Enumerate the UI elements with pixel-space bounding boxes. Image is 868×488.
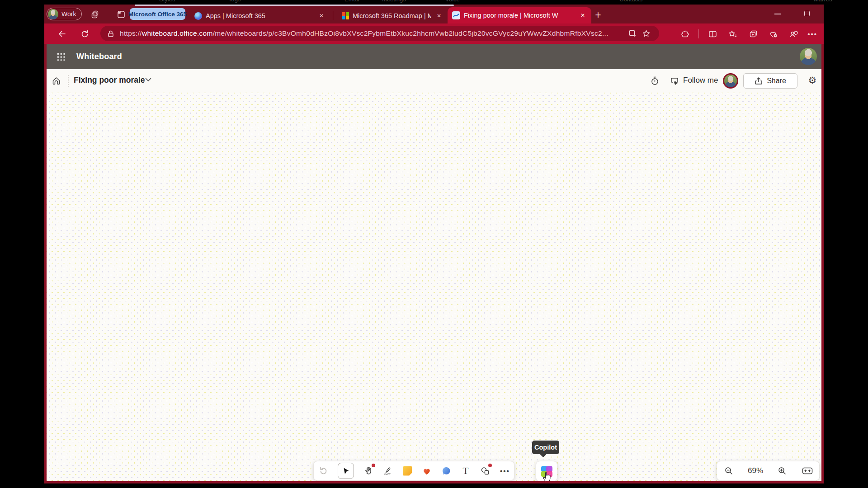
more-tools-icon[interactable]: ••• [500, 464, 510, 478]
whiteboard-app-header: Whiteboard [47, 44, 821, 69]
canvas-toolbar: T ••• [313, 461, 514, 481]
bg-fragment: Tags [228, 0, 241, 4]
comment-bubble-tool[interactable] [441, 464, 451, 478]
whiteboard-favicon [452, 11, 460, 19]
whiteboard-canvas[interactable]: T ••• [47, 93, 821, 481]
pan-hand-tool[interactable] [363, 464, 373, 478]
profile-feedback-icon[interactable] [787, 27, 801, 41]
tab-fixing-poor-morale-active[interactable]: Fixing poor morale | Microsoft W ✕ [448, 7, 591, 23]
undo-icon[interactable] [318, 464, 328, 478]
new-tab-button[interactable]: + [591, 8, 605, 22]
timer-icon[interactable] [649, 75, 660, 87]
follow-me-label[interactable]: Follow me [683, 76, 718, 85]
browser-toolbar: https://whiteboard.office.com/me/whitebo… [44, 23, 824, 44]
app-title: Whiteboard [76, 52, 122, 61]
ink-pen-tool[interactable] [383, 464, 393, 478]
board-header: Fixing poor morale Follow me [47, 69, 821, 93]
header-divider [68, 75, 69, 87]
refresh-icon[interactable] [78, 27, 91, 41]
address-bar[interactable]: https://whiteboard.office.com/me/whitebo… [100, 26, 659, 41]
browser-settings-menu-icon[interactable]: ••• [807, 30, 817, 38]
tab-group-indicator-line [135, 5, 454, 6]
presenter-avatar[interactable] [723, 73, 738, 89]
profile-label: Work [61, 10, 76, 18]
sticky-note-tool[interactable] [402, 464, 412, 478]
tab-group-label[interactable]: Microsoft Office 365 [130, 8, 185, 20]
window-minimize-button[interactable] [774, 14, 781, 14]
shapes-tool[interactable] [480, 464, 490, 478]
browser-essentials-icon[interactable] [767, 27, 780, 41]
share-button[interactable]: Share [743, 73, 797, 89]
back-icon[interactable] [55, 27, 69, 41]
tab-title: Microsoft 365 Roadmap | Micros [353, 12, 431, 19]
text-tool[interactable]: T [461, 464, 471, 478]
browser-window: Work Microsoft Office 365 Apps | Microso… [44, 5, 824, 483]
window-maximize-button[interactable] [804, 11, 810, 16]
bg-fragment: Marres [814, 0, 832, 4]
share-icon [755, 77, 763, 85]
favorites-icon[interactable] [726, 27, 740, 41]
zoom-in-icon[interactable] [776, 465, 788, 477]
cursor-arrow-icon [342, 467, 350, 475]
reaction-heart-tool[interactable] [422, 464, 432, 478]
zoom-controls: 69% [717, 461, 820, 481]
tab-separator [333, 11, 333, 20]
workspaces-icon[interactable] [90, 9, 101, 20]
bg-fragment: Styles [159, 0, 175, 4]
microsoft-logo-favicon [342, 12, 349, 19]
screen: Styles Tags Email Meetings Voice Contact… [0, 0, 868, 488]
tab-title: Apps | Microsoft 365 [206, 12, 314, 19]
profile-avatar [48, 9, 58, 19]
bg-fragment: Meetings [382, 0, 406, 4]
favorite-star-icon[interactable] [639, 27, 653, 40]
vertical-tabs-icon[interactable] [115, 9, 127, 20]
whiteboard-page: Whiteboard Fixing poor morale [47, 44, 821, 481]
select-tool[interactable] [338, 463, 354, 479]
split-screen-icon[interactable] [706, 27, 719, 41]
share-label: Share [767, 77, 786, 85]
lock-icon[interactable] [106, 27, 116, 40]
zoom-out-icon[interactable] [722, 465, 735, 477]
close-tab-icon[interactable]: ✕ [435, 12, 443, 20]
fit-to-screen-icon[interactable] [801, 465, 814, 477]
bg-fragment: Voice [445, 0, 460, 4]
present-screen-icon[interactable] [669, 75, 681, 87]
close-tab-icon[interactable]: ✕ [317, 12, 326, 20]
install-app-icon[interactable] [626, 27, 639, 40]
close-tab-icon[interactable]: ✕ [579, 11, 587, 19]
tab-m365-roadmap[interactable]: Microsoft 365 Roadmap | Micros ✕ [337, 8, 448, 23]
hand-cursor-icon [542, 469, 554, 481]
copilot-button[interactable] [536, 461, 557, 481]
home-icon[interactable] [50, 75, 62, 87]
tab-apps-microsoft-365[interactable]: Apps | Microsoft 365 ✕ [190, 8, 330, 23]
tab-strip: Work Microsoft Office 365 Apps | Microso… [44, 5, 824, 23]
notification-badge [372, 464, 375, 467]
sticky-note-icon [403, 466, 412, 476]
browser-profile-chip[interactable]: Work [47, 8, 82, 20]
bg-fragment: Contacts [619, 0, 642, 4]
browser-toolbar-icons: ••• [678, 27, 817, 41]
more-tools-glyph: ••• [500, 467, 510, 475]
bg-fragment: Email [344, 0, 359, 4]
tab-title: Fixing poor morale | Microsoft W [464, 12, 575, 19]
copilot-tooltip: Copilot [532, 441, 559, 454]
app-launcher-waffle-icon[interactable] [57, 52, 65, 61]
board-title: Fixing poor morale [74, 75, 145, 85]
collections-icon[interactable] [746, 27, 760, 41]
text-tool-glyph: T [463, 465, 469, 477]
chevron-down-icon[interactable] [145, 78, 151, 82]
notification-badge [488, 464, 492, 467]
url-text: https://whiteboard.office.com/me/whitebo… [120, 29, 626, 38]
account-avatar[interactable] [800, 48, 817, 65]
extensions-icon[interactable] [678, 27, 692, 41]
microsoft365-apps-favicon [194, 12, 202, 20]
toolbar-divider [698, 29, 699, 38]
zoom-level[interactable]: 69% [748, 466, 763, 475]
settings-gear-icon[interactable]: ⚙ [806, 74, 819, 87]
